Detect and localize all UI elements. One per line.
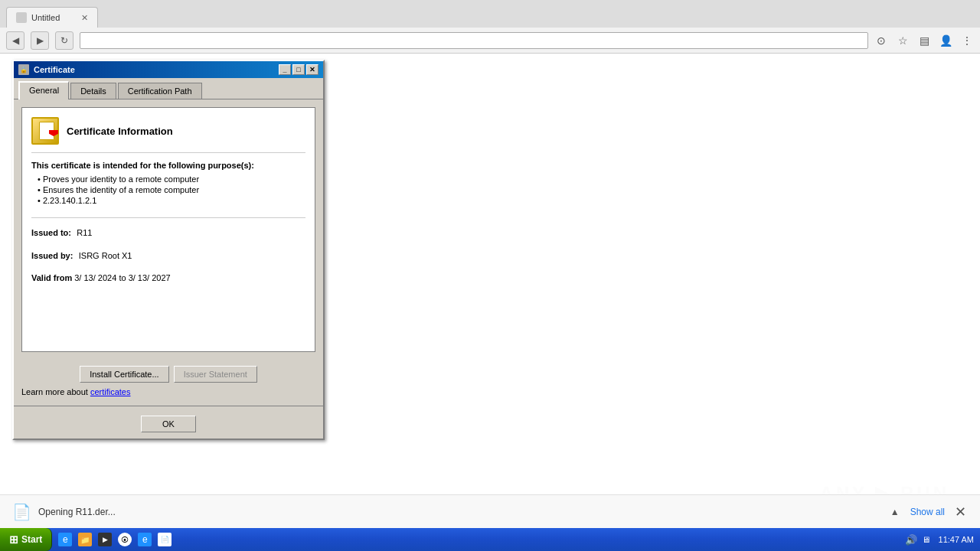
taskbar-right: 🔊 🖥 11:47 AM bbox=[905, 533, 980, 546]
taskbar-item-ie[interactable]: e bbox=[57, 531, 74, 548]
browser-tab[interactable]: Untitled ✕ bbox=[6, 7, 98, 28]
dialog-separator bbox=[14, 406, 323, 406]
start-label: Start bbox=[21, 534, 42, 545]
browser-toolbar: ◀ ▶ ↻ ⊙ ☆ ▤ 👤 ⋮ bbox=[0, 28, 980, 54]
main-content: 🔒 Certificate _ □ ✕ General Details bbox=[0, 54, 980, 513]
cert-purpose-2: • Ensures the identity of a remote compu… bbox=[38, 185, 305, 194]
cert-issued-to-label: Issued to: bbox=[31, 228, 71, 237]
ok-button[interactable]: OK bbox=[141, 416, 196, 432]
browser-chrome: Untitled ✕ ◀ ▶ ↻ ⊙ ☆ ▤ 👤 ⋮ bbox=[0, 0, 980, 54]
learn-more-text: Learn more about bbox=[21, 387, 90, 396]
cert-header: Certificate Information bbox=[31, 117, 305, 153]
taskbar-item-chrome[interactable]: ⦿ bbox=[116, 531, 133, 548]
download-bar: 📄 Opening R11.der... ▲ Show all ✕ bbox=[0, 494, 980, 528]
bookmark-icon[interactable]: ☆ bbox=[896, 34, 910, 47]
cert-badge-icon bbox=[39, 122, 54, 140]
user-icon[interactable]: 👤 bbox=[939, 34, 952, 47]
minimize-button[interactable]: _ bbox=[279, 64, 291, 75]
certificate-dialog: 🔒 Certificate _ □ ✕ General Details bbox=[12, 60, 325, 440]
taskbar-item-ie2[interactable]: e bbox=[136, 531, 153, 548]
monitor-icon[interactable]: 🖥 bbox=[920, 533, 933, 546]
cert-ribbon-icon bbox=[49, 130, 58, 136]
cert-valid-to-separator: to bbox=[119, 273, 126, 282]
share-icon[interactable]: ⊙ bbox=[874, 34, 888, 47]
cert-valid-from-label: Valid from bbox=[31, 273, 72, 282]
download-expand-button[interactable]: ▲ bbox=[887, 504, 903, 520]
download-file-icon: 📄 bbox=[12, 503, 31, 521]
taskbar-item-folder[interactable]: 📁 bbox=[77, 531, 93, 548]
cert-valid-from-value: 3/ 13/ 2024 bbox=[74, 273, 116, 282]
cert-issued-to: Issued to: R11 bbox=[31, 227, 305, 238]
cert-divider bbox=[31, 217, 305, 218]
dialog-footer: Learn more about certificates bbox=[14, 383, 323, 401]
volume-icon[interactable]: 🔊 bbox=[905, 533, 917, 546]
taskbar-items: e 📁 ▶ ⦿ e 📄 bbox=[52, 531, 178, 548]
cert-issued-to-value: R11 bbox=[77, 228, 92, 237]
taskbar-clock: 11:47 AM bbox=[939, 535, 974, 544]
download-show-all-link[interactable]: Show all bbox=[910, 507, 945, 517]
cert-issued-by: Issued by: ISRG Root X1 bbox=[31, 250, 305, 261]
browser-toolbar-icons: ⊙ ☆ ▤ 👤 ⋮ bbox=[874, 34, 974, 47]
tab-bar: Untitled ✕ bbox=[0, 0, 980, 28]
dialog-title-group: 🔒 Certificate bbox=[18, 64, 75, 75]
dialog-body: Certificate Information This certificate… bbox=[14, 99, 323, 360]
doc-icon: 📄 bbox=[158, 533, 172, 546]
cert-issued-by-label: Issued by: bbox=[31, 251, 73, 260]
dialog-tabs: General Details Certification Path bbox=[14, 78, 323, 99]
cert-purposes-label: This certificate is intended for the fol… bbox=[31, 161, 305, 170]
dialog-controls: _ □ ✕ bbox=[279, 64, 318, 75]
dialog-title-icon: 🔒 bbox=[18, 64, 29, 75]
media-icon: ▶ bbox=[98, 533, 112, 546]
cert-valid-to-value: 3/ 13/ 2027 bbox=[129, 273, 171, 282]
taskbar: ⊞ Start e 📁 ▶ ⦿ e 📄 🔊 🖥 11:47 AM bbox=[0, 528, 980, 551]
folder-icon: 📁 bbox=[78, 533, 92, 546]
cert-issued-by-value: ISRG Root X1 bbox=[79, 251, 132, 260]
taskbar-item-doc[interactable]: 📄 bbox=[156, 531, 173, 548]
download-close-button[interactable]: ✕ bbox=[952, 504, 968, 520]
issuer-statement-button[interactable]: Issuer Statement bbox=[174, 366, 257, 383]
back-button[interactable]: ◀ bbox=[6, 31, 24, 50]
dialog-titlebar: 🔒 Certificate _ □ ✕ bbox=[14, 61, 323, 78]
tab-favicon bbox=[16, 12, 27, 23]
cert-purpose-3: • 2.23.140.1.2.1 bbox=[38, 196, 305, 205]
address-bar[interactable] bbox=[80, 32, 868, 49]
tab-label: Untitled bbox=[31, 13, 60, 22]
ie-icon: e bbox=[58, 533, 72, 546]
refresh-button[interactable]: ↻ bbox=[55, 31, 74, 50]
taskbar-item-media[interactable]: ▶ bbox=[96, 531, 113, 548]
ie2-icon: e bbox=[138, 533, 152, 546]
cert-icon bbox=[31, 117, 59, 145]
dialog-ok-row: OK bbox=[14, 411, 323, 439]
install-certificate-button[interactable]: Install Certificate... bbox=[80, 366, 168, 383]
download-info: Opening R11.der... bbox=[38, 507, 880, 517]
forward-button[interactable]: ▶ bbox=[31, 31, 49, 50]
close-button[interactable]: ✕ bbox=[306, 64, 318, 75]
cert-purposes: This certificate is intended for the fol… bbox=[31, 161, 305, 205]
certificates-link[interactable]: certificates bbox=[90, 387, 131, 396]
taskbar-sys-icons: 🔊 🖥 bbox=[905, 533, 933, 546]
download-filename: Opening R11.der... bbox=[38, 507, 880, 517]
tab-certification-path[interactable]: Certification Path bbox=[118, 83, 202, 99]
cert-purpose-1: • Proves your identity to a remote compu… bbox=[38, 174, 305, 184]
tab-details[interactable]: Details bbox=[70, 83, 116, 99]
cert-validity: Valid from 3/ 13/ 2024 to 3/ 13/ 2027 bbox=[31, 273, 305, 282]
cert-info-panel: Certificate Information This certificate… bbox=[21, 107, 315, 352]
start-button[interactable]: ⊞ Start bbox=[0, 528, 52, 551]
dialog-overlay: 🔒 Certificate _ □ ✕ General Details bbox=[0, 54, 980, 513]
tab-close-icon[interactable]: ✕ bbox=[81, 13, 88, 23]
dialog-action-buttons: Install Certificate... Issuer Statement bbox=[14, 366, 323, 383]
chrome-icon: ⦿ bbox=[118, 533, 132, 546]
sidebar-icon[interactable]: ▤ bbox=[917, 34, 931, 47]
maximize-button[interactable]: □ bbox=[292, 64, 305, 75]
dialog-title-label: Certificate bbox=[34, 65, 75, 74]
cert-info-title: Certificate Information bbox=[67, 126, 173, 137]
tab-general[interactable]: General bbox=[18, 81, 69, 99]
menu-icon[interactable]: ⋮ bbox=[960, 34, 974, 47]
cert-icon-outer bbox=[31, 117, 59, 145]
